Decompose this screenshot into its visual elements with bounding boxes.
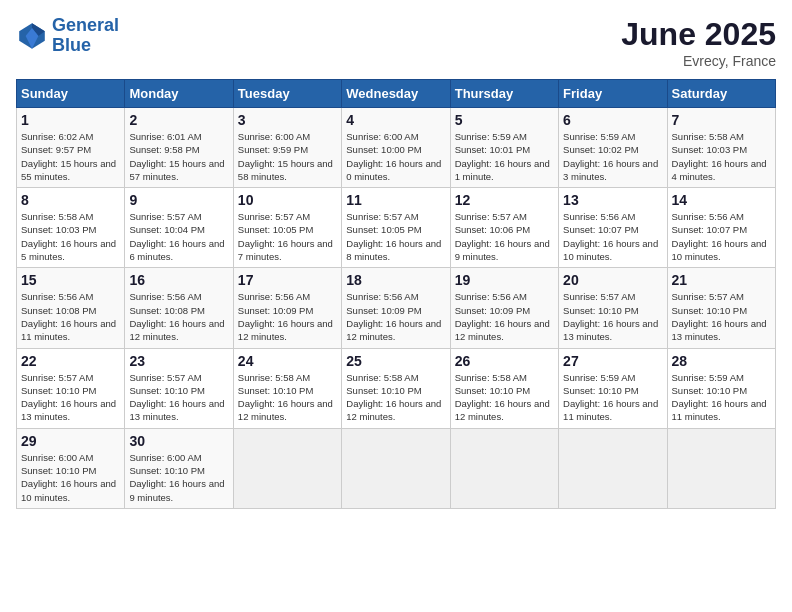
col-header-thursday: Thursday [450, 80, 558, 108]
day-info: Sunrise: 5:57 AMSunset: 10:05 PMDaylight… [238, 211, 333, 262]
day-info: Sunrise: 6:01 AMSunset: 9:58 PMDaylight:… [129, 131, 224, 182]
day-number: 11 [346, 192, 445, 208]
calendar-cell: 6 Sunrise: 5:59 AMSunset: 10:02 PMDaylig… [559, 108, 667, 188]
calendar-week-5: 29 Sunrise: 6:00 AMSunset: 10:10 PMDayli… [17, 428, 776, 508]
day-info: Sunrise: 5:57 AMSunset: 10:05 PMDaylight… [346, 211, 441, 262]
calendar-cell: 4 Sunrise: 6:00 AMSunset: 10:00 PMDaylig… [342, 108, 450, 188]
day-number: 18 [346, 272, 445, 288]
day-number: 25 [346, 353, 445, 369]
day-number: 17 [238, 272, 337, 288]
calendar-cell: 20 Sunrise: 5:57 AMSunset: 10:10 PMDayli… [559, 268, 667, 348]
logo-text: General Blue [52, 16, 119, 56]
calendar-cell: 25 Sunrise: 5:58 AMSunset: 10:10 PMDayli… [342, 348, 450, 428]
day-number: 5 [455, 112, 554, 128]
logo: General Blue [16, 16, 119, 56]
calendar-cell [559, 428, 667, 508]
col-header-saturday: Saturday [667, 80, 775, 108]
calendar-week-3: 15 Sunrise: 5:56 AMSunset: 10:08 PMDayli… [17, 268, 776, 348]
calendar-cell: 1 Sunrise: 6:02 AMSunset: 9:57 PMDayligh… [17, 108, 125, 188]
calendar-week-1: 1 Sunrise: 6:02 AMSunset: 9:57 PMDayligh… [17, 108, 776, 188]
calendar-cell: 19 Sunrise: 5:56 AMSunset: 10:09 PMDayli… [450, 268, 558, 348]
col-header-friday: Friday [559, 80, 667, 108]
calendar-cell: 5 Sunrise: 5:59 AMSunset: 10:01 PMDaylig… [450, 108, 558, 188]
day-info: Sunrise: 6:00 AMSunset: 10:10 PMDaylight… [21, 452, 116, 503]
day-number: 20 [563, 272, 662, 288]
calendar-cell: 8 Sunrise: 5:58 AMSunset: 10:03 PMDaylig… [17, 188, 125, 268]
day-number: 14 [672, 192, 771, 208]
day-info: Sunrise: 5:57 AMSunset: 10:06 PMDaylight… [455, 211, 550, 262]
calendar-cell: 28 Sunrise: 5:59 AMSunset: 10:10 PMDayli… [667, 348, 775, 428]
day-number: 10 [238, 192, 337, 208]
col-header-sunday: Sunday [17, 80, 125, 108]
day-info: Sunrise: 5:58 AMSunset: 10:10 PMDaylight… [346, 372, 441, 423]
day-info: Sunrise: 5:58 AMSunset: 10:10 PMDaylight… [455, 372, 550, 423]
day-number: 30 [129, 433, 228, 449]
calendar-cell: 23 Sunrise: 5:57 AMSunset: 10:10 PMDayli… [125, 348, 233, 428]
day-number: 3 [238, 112, 337, 128]
calendar-cell: 9 Sunrise: 5:57 AMSunset: 10:04 PMDaylig… [125, 188, 233, 268]
day-info: Sunrise: 5:59 AMSunset: 10:10 PMDaylight… [672, 372, 767, 423]
day-info: Sunrise: 5:57 AMSunset: 10:10 PMDaylight… [21, 372, 116, 423]
day-info: Sunrise: 5:56 AMSunset: 10:09 PMDaylight… [346, 291, 441, 342]
day-info: Sunrise: 5:59 AMSunset: 10:10 PMDaylight… [563, 372, 658, 423]
day-info: Sunrise: 5:57 AMSunset: 10:10 PMDaylight… [672, 291, 767, 342]
col-header-monday: Monday [125, 80, 233, 108]
day-number: 22 [21, 353, 120, 369]
col-header-wednesday: Wednesday [342, 80, 450, 108]
day-number: 26 [455, 353, 554, 369]
day-info: Sunrise: 5:58 AMSunset: 10:10 PMDaylight… [238, 372, 333, 423]
calendar-table: SundayMondayTuesdayWednesdayThursdayFrid… [16, 79, 776, 509]
calendar-cell: 12 Sunrise: 5:57 AMSunset: 10:06 PMDayli… [450, 188, 558, 268]
calendar-cell: 15 Sunrise: 5:56 AMSunset: 10:08 PMDayli… [17, 268, 125, 348]
calendar-week-2: 8 Sunrise: 5:58 AMSunset: 10:03 PMDaylig… [17, 188, 776, 268]
calendar-cell: 14 Sunrise: 5:56 AMSunset: 10:07 PMDayli… [667, 188, 775, 268]
day-number: 19 [455, 272, 554, 288]
day-info: Sunrise: 5:58 AMSunset: 10:03 PMDaylight… [672, 131, 767, 182]
day-number: 7 [672, 112, 771, 128]
logo-icon [16, 20, 48, 52]
day-number: 4 [346, 112, 445, 128]
day-number: 1 [21, 112, 120, 128]
day-number: 24 [238, 353, 337, 369]
calendar-cell: 11 Sunrise: 5:57 AMSunset: 10:05 PMDayli… [342, 188, 450, 268]
calendar-cell [233, 428, 341, 508]
calendar-cell [450, 428, 558, 508]
day-number: 13 [563, 192, 662, 208]
day-info: Sunrise: 5:56 AMSunset: 10:08 PMDaylight… [21, 291, 116, 342]
calendar-cell: 13 Sunrise: 5:56 AMSunset: 10:07 PMDayli… [559, 188, 667, 268]
location: Evrecy, France [621, 53, 776, 69]
day-number: 15 [21, 272, 120, 288]
day-info: Sunrise: 6:02 AMSunset: 9:57 PMDaylight:… [21, 131, 116, 182]
day-info: Sunrise: 5:56 AMSunset: 10:09 PMDaylight… [238, 291, 333, 342]
day-info: Sunrise: 5:56 AMSunset: 10:07 PMDaylight… [563, 211, 658, 262]
calendar-week-4: 22 Sunrise: 5:57 AMSunset: 10:10 PMDayli… [17, 348, 776, 428]
calendar-cell: 16 Sunrise: 5:56 AMSunset: 10:08 PMDayli… [125, 268, 233, 348]
day-number: 28 [672, 353, 771, 369]
calendar-cell: 3 Sunrise: 6:00 AMSunset: 9:59 PMDayligh… [233, 108, 341, 188]
day-info: Sunrise: 5:56 AMSunset: 10:07 PMDaylight… [672, 211, 767, 262]
calendar-cell: 18 Sunrise: 5:56 AMSunset: 10:09 PMDayli… [342, 268, 450, 348]
col-header-tuesday: Tuesday [233, 80, 341, 108]
day-info: Sunrise: 5:58 AMSunset: 10:03 PMDaylight… [21, 211, 116, 262]
title-block: June 2025 Evrecy, France [621, 16, 776, 69]
day-number: 8 [21, 192, 120, 208]
day-info: Sunrise: 6:00 AMSunset: 10:10 PMDaylight… [129, 452, 224, 503]
day-number: 2 [129, 112, 228, 128]
day-number: 12 [455, 192, 554, 208]
month-title: June 2025 [621, 16, 776, 53]
day-number: 23 [129, 353, 228, 369]
day-info: Sunrise: 5:59 AMSunset: 10:02 PMDaylight… [563, 131, 658, 182]
calendar-cell: 21 Sunrise: 5:57 AMSunset: 10:10 PMDayli… [667, 268, 775, 348]
day-info: Sunrise: 5:59 AMSunset: 10:01 PMDaylight… [455, 131, 550, 182]
calendar-cell: 30 Sunrise: 6:00 AMSunset: 10:10 PMDayli… [125, 428, 233, 508]
day-number: 29 [21, 433, 120, 449]
day-info: Sunrise: 5:56 AMSunset: 10:09 PMDaylight… [455, 291, 550, 342]
day-number: 6 [563, 112, 662, 128]
calendar-cell: 22 Sunrise: 5:57 AMSunset: 10:10 PMDayli… [17, 348, 125, 428]
day-info: Sunrise: 5:57 AMSunset: 10:10 PMDaylight… [129, 372, 224, 423]
day-info: Sunrise: 5:57 AMSunset: 10:04 PMDaylight… [129, 211, 224, 262]
calendar-cell [667, 428, 775, 508]
day-number: 27 [563, 353, 662, 369]
calendar-cell: 29 Sunrise: 6:00 AMSunset: 10:10 PMDayli… [17, 428, 125, 508]
calendar-cell: 24 Sunrise: 5:58 AMSunset: 10:10 PMDayli… [233, 348, 341, 428]
